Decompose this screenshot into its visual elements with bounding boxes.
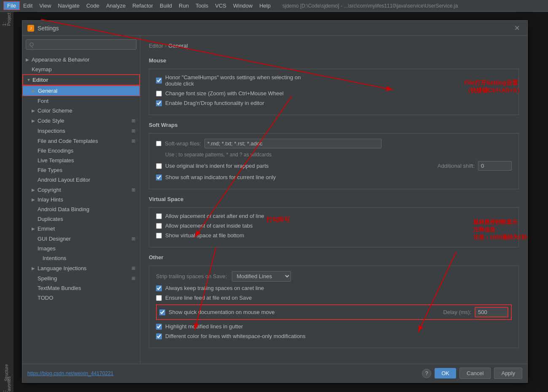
menu-vcs[interactable]: VCS (212, 2, 230, 10)
tree-item-language-injections[interactable]: ▶ Language Injections ⊞ (22, 263, 140, 273)
settings-dialog: J Settings ✕ ▶ Appearance & Be (22, 20, 528, 383)
mouse-section-header: Mouse (149, 57, 519, 65)
settings-icon: ⊞ (130, 127, 137, 134)
favorites-tab[interactable]: 2: Favorites (1, 379, 13, 391)
tree-item-spelling[interactable]: Spelling ⊞ (22, 273, 140, 283)
softwrap-checkbox[interactable] (156, 141, 161, 146)
tree-item-duplicates[interactable]: Duplicates (22, 214, 140, 224)
item-label: Emmet (38, 226, 137, 232)
cancel-button[interactable]: Cancel (459, 368, 491, 379)
dialog-title: Settings (38, 25, 512, 32)
menu-edit[interactable]: Edit (20, 2, 36, 10)
caret-inside-tabs-checkbox[interactable] (156, 223, 162, 229)
item-label: Android Layout Editor (38, 177, 137, 183)
softwrap-files-input[interactable] (204, 139, 381, 148)
other-section-header: Other (149, 254, 519, 262)
zoom-label: Change font size (Zoom) with Ctrl+Mouse … (165, 90, 284, 97)
mouse-section: Honor "CamelHumps" words settings when s… (149, 69, 519, 115)
settings-icon: ⊞ (130, 275, 137, 282)
apply-button[interactable]: Apply (494, 368, 522, 379)
tree-item-file-types[interactable]: File Types (22, 165, 140, 175)
item-label: Keymap (32, 66, 137, 72)
softwraps-section-header: Soft Wraps (149, 122, 519, 130)
tree-item-editor[interactable]: ▼ Editor (22, 74, 140, 86)
menu-view[interactable]: View (36, 2, 54, 10)
virtual-space-bottom-checkbox[interactable] (156, 233, 162, 239)
tree-item-general[interactable]: ▶ General (22, 86, 140, 96)
quick-doc-checkbox[interactable] (159, 309, 165, 315)
item-label: GUI Designer (38, 236, 128, 242)
menu-window[interactable]: Window (230, 2, 256, 10)
menubar: File Edit View Navigate Code Analyze Ref… (0, 0, 548, 12)
tree-item-intentions[interactable]: Intentions (22, 253, 140, 263)
tree-item-keymap[interactable]: Keymap (22, 64, 140, 74)
delay-input[interactable] (475, 307, 508, 317)
line-feed-checkbox[interactable] (156, 295, 162, 301)
dialog-footer: ? https://blog.csdn.net/weixin_44170221 … (22, 364, 527, 382)
show-indicators-checkbox[interactable] (156, 175, 162, 180)
softwrap-indicators-row: Show soft wrap indicators for current li… (156, 174, 512, 180)
dragdrop-label: Enable Drag'n'Drop functionality in edit… (165, 100, 264, 106)
menu-file[interactable]: File (3, 1, 20, 10)
camelhumps-checkbox[interactable] (156, 78, 162, 83)
settings-search[interactable] (26, 39, 137, 50)
tree-item-file-encodings[interactable]: File Encodings (22, 146, 140, 156)
tree-item-font[interactable]: Font (22, 96, 140, 106)
menu-build[interactable]: Build (156, 2, 175, 10)
item-label: File Encodings (38, 148, 137, 154)
menu-help[interactable]: Help (256, 2, 274, 10)
tree-item-images[interactable]: Images (22, 244, 140, 253)
item-label: File and Code Templates (38, 138, 128, 144)
ok-button[interactable]: OK (435, 368, 456, 379)
item-label: TODO (38, 295, 137, 301)
dialog-body: ▶ Appearance & Behavior Keymap ▼ (22, 36, 527, 364)
highlight-modified-checkbox[interactable] (156, 324, 162, 330)
original-indent-checkbox[interactable] (156, 163, 162, 169)
delay-label: Delay (ms): (443, 309, 471, 315)
close-button[interactable]: ✕ (512, 23, 522, 33)
tree-item-appearance[interactable]: ▶ Appearance & Behavior (22, 55, 140, 64)
caret-after-end-checkbox[interactable] (156, 213, 162, 219)
line-feed-row: Ensure line feed at file end on Save (156, 295, 512, 301)
dialog-app-icon: J (27, 25, 34, 32)
tree-item-live-templates[interactable]: Live Templates (22, 156, 140, 165)
additional-shift-input[interactable] (478, 161, 512, 171)
tree-item-gui-designer[interactable]: GUI Designer ⊞ (22, 234, 140, 244)
keep-trailing-label: Always keep trailing spaces on caret lin… (165, 285, 264, 291)
settings-tree: ▶ Appearance & Behavior Keymap ▼ (22, 36, 140, 364)
tree-item-inlay-hints[interactable]: ▶ Inlay Hints (22, 195, 140, 204)
menu-tools[interactable]: Tools (192, 2, 212, 10)
tree-item-textmate[interactable]: TextMate Bundles (22, 283, 140, 293)
menu-navigate[interactable]: Navigate (54, 2, 83, 10)
menu-code[interactable]: Code (83, 2, 103, 10)
help-button[interactable]: ? (422, 369, 431, 378)
menu-refactor[interactable]: Refactor (129, 2, 156, 10)
dragdrop-checkbox[interactable] (156, 100, 162, 106)
tree-item-android-layout[interactable]: Android Layout Editor (22, 175, 140, 185)
keep-trailing-checkbox[interactable] (156, 285, 162, 291)
settings-icon: ⊞ (130, 235, 137, 242)
softwraps-section: Soft-wrap files: Use ; to separate patte… (149, 133, 519, 189)
footer-link[interactable]: https://blog.csdn.net/weixin_44170221 (27, 371, 113, 376)
menu-analyze[interactable]: Analyze (103, 2, 129, 10)
tree-item-android-data[interactable]: Android Data Binding (22, 204, 140, 214)
settings-icon: ⊞ (130, 186, 137, 193)
strip-trailing-label: Strip trailing spaces on Save: (156, 273, 227, 279)
project-tab[interactable]: 1: Project (1, 13, 13, 25)
menu-run[interactable]: Run (175, 2, 192, 10)
breadcrumb: Editor › General (149, 43, 519, 49)
tree-item-file-code-templates[interactable]: File and Code Templates ⊞ (22, 136, 140, 146)
strip-trailing-dropdown[interactable]: None All Modified Lines (232, 271, 291, 282)
tree-item-todo[interactable]: TODO (22, 293, 140, 303)
tree-item-copyright[interactable]: ▶ Copyright ⊞ (22, 185, 140, 195)
tree-item-emmet[interactable]: ▶ Emmet (22, 224, 140, 234)
highlight-modified-label: Highlight modified lines in gutter (165, 323, 243, 330)
tree-item-inspections[interactable]: Inspections ⊞ (22, 126, 140, 136)
item-label: Inlay Hints (38, 196, 137, 203)
tree-item-color-scheme[interactable]: ▶ Color Scheme (22, 106, 140, 115)
zoom-checkbox[interactable] (156, 91, 162, 97)
tree-item-code-style[interactable]: ▶ Code Style ⊞ (22, 115, 140, 126)
item-label: Appearance & Behavior (32, 56, 137, 63)
breadcrumb-sep: › (165, 43, 167, 49)
different-color-checkbox[interactable] (156, 333, 162, 339)
